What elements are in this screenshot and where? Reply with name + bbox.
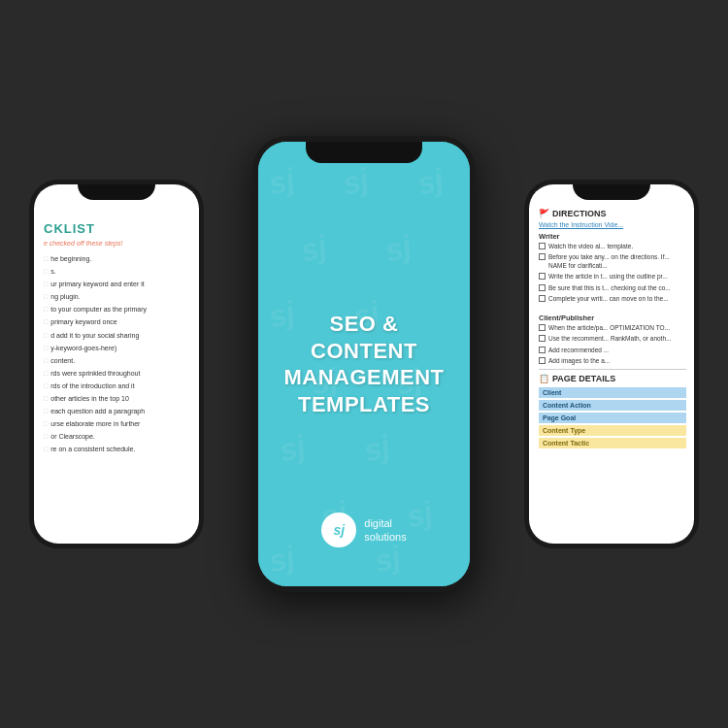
left-list-item: □each question add a paragraph [44,407,189,415]
pattern-2: sj [339,161,373,203]
client-check-item: When the article/pa... OPTIMIZATION TO..… [539,324,686,332]
left-phone-screen: CKLIST e checked off these steps! □he be… [34,184,199,544]
left-list-item: □he beginning. [44,254,189,263]
left-list-item: □ content. [44,356,189,365]
center-phone-screen: sj sj sj sj sj sj sj sj sj sj sj sj sj s… [258,142,470,586]
left-checklist-title: CKLIST [44,221,189,236]
pattern-13: sj [402,495,436,537]
left-list-item: □or Clearscope. [44,432,189,441]
left-list-item: □re on a consistent schedule. [44,445,189,453]
center-phone-notch [306,142,422,163]
client-check-item: Use the recomment... RankMath, or anoth.… [539,335,686,343]
checkbox[interactable] [539,335,546,342]
pattern-14: sj [265,539,299,580]
detail-row-page-goal: Page Goal [539,413,686,423]
left-checklist-subtitle: e checked off these steps! [44,240,189,247]
writer-items-list: Watch the video al... template.Before yo… [539,243,686,304]
page-details-title: 📋 PAGE DETAILS [539,374,686,383]
center-logo: sj digital solutions [321,513,406,547]
left-list-item: □ng plugin. [44,292,189,301]
detail-row-content-tactic: Content Tactic [539,438,686,448]
center-title-block: SEO & CONTENT MANAGEMENT TEMPLATES [258,311,470,417]
checkbox[interactable] [539,253,546,260]
checkbox[interactable] [539,295,546,302]
center-phone: sj sj sj sj sj sj sj sj sj sj sj sj sj s… [252,136,476,592]
detail-row-content-action: Content Action [539,400,686,411]
right-phone-content: 🚩 DIRECTIONS Watch the Instruction Vide.… [529,184,694,544]
pattern-11: sj [360,428,394,470]
directions-title: 🚩 DIRECTIONS [539,209,686,218]
center-phone-content: sj sj sj sj sj sj sj sj sj sj sj sj sj s… [258,142,470,586]
page-details-icon: 📋 [539,374,549,383]
left-list-item: □primary keyword once [44,317,189,326]
left-list-item: □urse elaborate more in further [44,419,189,428]
pattern-5: sj [381,228,414,270]
pattern-4: sj [296,228,330,270]
left-phone-content: CKLIST e checked off these steps! □he be… [34,184,199,544]
checkbox[interactable] [539,273,546,280]
watch-link[interactable]: Watch the Instruction Vide... [539,221,686,228]
right-phone-screen: 🚩 DIRECTIONS Watch the Instruction Vide.… [529,184,694,544]
directions-icon: 🚩 [539,209,549,218]
logo-circle: sj [321,513,356,547]
writer-check-item: Before you take any... on the directions… [539,253,686,270]
left-items-list: □he beginning.□s.□ur primary keyword and… [44,254,189,454]
pattern-3: sj [413,161,447,203]
writer-check-item: Write the article in t... using the outl… [539,273,686,281]
client-items-list: When the article/pa... OPTIMIZATION TO..… [539,324,686,366]
left-list-item: □ur primary keyword and enter it [44,280,189,288]
checkbox[interactable] [539,243,546,249]
writer-check-item: Watch the video al... template. [539,243,686,250]
checkbox[interactable] [539,284,546,291]
writer-check-item: Be sure that this is t... checking out t… [539,284,686,292]
left-phone-notch [78,184,155,200]
left-list-item: □y-keyword-goes-here) [44,344,189,352]
client-check-item: Add images to the a... [539,357,686,365]
right-phone: 🚩 DIRECTIONS Watch the Instruction Vide.… [524,180,699,548]
left-list-item: □s. [44,267,189,276]
left-phone: CKLIST e checked off these steps! □he be… [29,180,204,548]
center-title-text: SEO & CONTENT MANAGEMENT TEMPLATES [278,311,450,417]
writer-section: Writer [539,232,686,241]
left-list-item: □to your computer as the primary [44,305,189,314]
client-section: Client/Publisher [539,314,686,322]
checkbox[interactable] [539,357,546,364]
left-list-item: □d add it to your social sharing [44,331,189,340]
left-list-item: □rds were sprinkled throughout [44,369,189,378]
checkbox[interactable] [539,324,546,331]
logo-text: digital solutions [364,516,406,545]
right-phone-notch [573,184,650,200]
detail-rows-list: ClientContent ActionPage GoalContent Typ… [539,387,686,448]
scene: CKLIST e checked off these steps! □he be… [0,0,728,728]
left-list-item: □rds of the introduction and it [44,381,189,390]
pattern-1: sj [265,161,299,203]
pattern-10: sj [275,428,309,470]
writer-check-item: Complete your writi... can move on to th… [539,295,686,303]
detail-row-client: Client [539,387,686,398]
right-divider [539,369,686,370]
client-check-item: Add recommended ... [539,347,686,354]
detail-row-content-type: Content Type [539,425,686,436]
checkbox[interactable] [539,347,546,353]
left-list-item: □other articles in the top 10 [44,394,189,403]
